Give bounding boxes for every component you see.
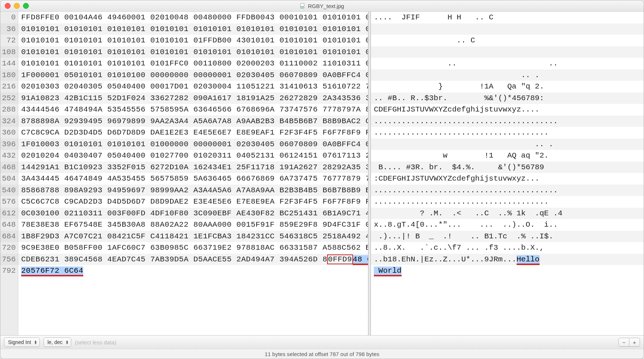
titlebar: RGBY_text.jpg xyxy=(0,0,644,12)
svg-rect-2 xyxy=(301,7,304,8)
offset-label: 540 xyxy=(0,185,18,196)
hex-row[interactable]: 3A434445 46474849 4A535455 56575859 5A63… xyxy=(18,173,368,185)
hex-row[interactable]: 01010101 01010101 01010101 01010101 0101… xyxy=(18,23,368,35)
hex-row[interactable]: 78E38E38 EF67548E 345B30A8 88A02A22 80AA… xyxy=(18,219,368,231)
hex-row[interactable]: 8788898A 92939495 96979899 9AA2A3A4 A5A6… xyxy=(18,116,368,127)
ascii-selection[interactable]: Hello xyxy=(517,255,540,265)
svg-rect-1 xyxy=(301,6,304,7)
ascii-row[interactable] xyxy=(371,46,644,58)
endian-format-select[interactable]: le, dec ▲▼ xyxy=(43,337,71,347)
ascii-row[interactable]: World xyxy=(371,265,644,277)
hex-row[interactable]: 20576F72 6C64 xyxy=(18,265,368,277)
ascii-row[interactable]: ..b18.EhN.|Ez..Z...U*...9JRm...Hello xyxy=(371,254,644,265)
hex-row[interactable]: 02010204 04030407 05040400 01027700 0102… xyxy=(18,150,368,162)
hex-row[interactable]: 01010101 01010101 01010101 01010101 0101… xyxy=(18,46,368,58)
ascii-row[interactable]: } !1A Qa "q 2. xyxy=(371,81,644,92)
offset-label: 108 xyxy=(0,46,18,58)
hex-row[interactable]: 9C9E38E0 B058FF00 1AFC60C7 63B0985C 6637… xyxy=(18,242,368,254)
offset-label: 288 xyxy=(0,104,18,116)
zoom-buttons: − + xyxy=(618,338,640,347)
status-bar: 11 bytes selected at offset 787 out of 7… xyxy=(0,349,644,359)
offset-label: 36 xyxy=(0,23,18,35)
ascii-row[interactable]: B.... #3R. br. $4.%. &'()*56789 xyxy=(371,162,644,173)
ascii-row[interactable]: ...................................... xyxy=(371,196,644,208)
bottom-toolbar: Signed Int ▲▼ le, dec ▲▼ (select less da… xyxy=(0,335,644,349)
offset-label: 144 xyxy=(0,58,18,69)
offset-gutter: 0367210814418021625228832436039643246850… xyxy=(0,12,18,335)
offset-label: 432 xyxy=(0,150,18,162)
title-area: RGBY_text.jpg xyxy=(0,3,644,9)
ascii-row[interactable]: :CDEFGHIJSTUVWXYZcdefghijstuvwxyz... xyxy=(371,173,644,185)
value-placeholder: (select less data) xyxy=(75,339,116,345)
data-type-label: Signed Int xyxy=(8,339,31,345)
file-icon xyxy=(300,3,306,9)
hex-row[interactable]: 91A10823 42B1C115 52D1F024 33627282 090A… xyxy=(18,92,368,104)
eoi-marker-box: 0FFD9 xyxy=(327,255,353,264)
content-area: 0367210814418021625228832436039643246850… xyxy=(0,12,644,335)
ascii-row[interactable]: ...................................... xyxy=(371,127,644,139)
offset-label: 252 xyxy=(0,92,18,104)
offset-label: 720 xyxy=(0,242,18,254)
chevron-updown-icon: ▲▼ xyxy=(34,340,37,344)
hex-row[interactable]: 1F010003 01010101 01010101 01000000 0000… xyxy=(18,139,368,150)
minus-button[interactable]: − xyxy=(618,338,629,347)
ascii-row[interactable]: ........................................ xyxy=(371,185,644,196)
column-divider[interactable] xyxy=(368,12,371,335)
hex-row[interactable]: 43444546 4748494A 53545556 5758595A 6364… xyxy=(18,104,368,116)
offset-label: 684 xyxy=(0,231,18,242)
ascii-row[interactable] xyxy=(371,23,644,35)
window-title: RGBY_text.jpg xyxy=(308,3,344,9)
offset-label: 0 xyxy=(0,12,18,23)
hex-row[interactable]: 01010101 01010101 01010101 0101FFC0 0011… xyxy=(18,58,368,69)
hex-row[interactable]: 1B8F29D3 A7C07C21 08421C5F C4118421 1E1F… xyxy=(18,231,368,242)
offset-label: 468 xyxy=(0,162,18,173)
hex-row[interactable]: 85868788 898A9293 94959697 98999AA2 A3A4… xyxy=(18,185,368,196)
hex-row[interactable]: 144291A1 B1C10923 3352F015 6272D10A 1624… xyxy=(18,162,368,173)
ascii-row[interactable]: .. C xyxy=(371,35,644,46)
offset-label: 72 xyxy=(0,35,18,46)
hex-row[interactable]: CDEB6231 389C4568 4EAD7C45 7AB39D5A D5AA… xyxy=(18,254,368,265)
hex-row[interactable]: 1F000001 05010101 01010100 00000000 0000… xyxy=(18,69,368,81)
ascii-selection[interactable]: World xyxy=(374,267,402,276)
hex-selection[interactable]: 48 656C6C6F xyxy=(353,255,368,265)
offset-label: 612 xyxy=(0,208,18,219)
ascii-row[interactable]: .. #B.. R..$3br. %&'()*456789: xyxy=(371,92,644,104)
offset-label: 504 xyxy=(0,173,18,185)
hex-column[interactable]: FFD8FFE0 00104A46 49460001 02010048 0048… xyxy=(18,12,368,335)
offset-label: 396 xyxy=(0,139,18,150)
offset-label: 792 xyxy=(0,265,18,277)
ascii-column[interactable]: .... JFIF H H .. C .. C .. .. xyxy=(371,12,644,335)
offset-label: 180 xyxy=(0,69,18,81)
ascii-row[interactable]: .... JFIF H H .. C xyxy=(371,12,644,23)
offset-label: 648 xyxy=(0,219,18,231)
ascii-row[interactable]: .)...|! B _ .! .. B1.Tc .% ..I$. xyxy=(371,231,644,242)
ascii-row[interactable]: x..8.gT.4[0...*"... ... ..)..O. i.. xyxy=(371,219,644,231)
offset-label: 324 xyxy=(0,116,18,127)
ascii-row[interactable]: .. .. xyxy=(371,58,644,69)
hex-row[interactable]: C7C8C9CA D2D3D4D5 D6D7D8D9 DAE1E2E3 E4E5… xyxy=(18,127,368,139)
hex-row[interactable]: C5C6C7C8 C9CAD2D3 D4D5D6D7 D8D9DAE2 E3E4… xyxy=(18,196,368,208)
app-window: RGBY_text.jpg 03672108144180216252288324… xyxy=(0,0,644,359)
ascii-row[interactable]: ........................................ xyxy=(371,116,644,127)
endian-format-label: le, dec xyxy=(47,339,62,345)
plus-button[interactable]: + xyxy=(629,338,640,347)
ascii-row[interactable]: w !1 AQ aq "2. xyxy=(371,150,644,162)
hex-row[interactable]: 02010303 02040305 05040400 00017D01 0203… xyxy=(18,81,368,92)
hex-selection[interactable]: 20576F72 6C64 xyxy=(21,267,83,276)
offset-label: 360 xyxy=(0,127,18,139)
data-type-select[interactable]: Signed Int ▲▼ xyxy=(4,337,40,347)
chevron-updown-icon: ▲▼ xyxy=(65,340,69,344)
status-text: 11 bytes selected at offset 787 out of 7… xyxy=(265,351,379,357)
offset-label: 576 xyxy=(0,196,18,208)
ascii-row[interactable]: CDEFGHIJSTUVWXYZcdefghijstuvwxyz.... xyxy=(371,104,644,116)
ascii-row[interactable]: ? .M. .< ..C ..% 1k .qE .4 xyxy=(371,208,644,219)
ascii-row[interactable]: .. . xyxy=(371,139,644,150)
hex-row[interactable]: 01010101 01010101 01010101 01010101 01FF… xyxy=(18,35,368,46)
offset-label: 756 xyxy=(0,254,18,265)
ascii-row[interactable]: .. . xyxy=(371,69,644,81)
offset-label: 216 xyxy=(0,81,18,92)
hex-row[interactable]: 0C030100 02110311 003F00FD 4DF10F80 3C09… xyxy=(18,208,368,219)
hex-row[interactable]: FFD8FFE0 00104A46 49460001 02010048 0048… xyxy=(18,12,368,23)
ascii-row[interactable]: ..8..X. .`.c..\f7 ... .f3 ....b.X., xyxy=(371,242,644,254)
